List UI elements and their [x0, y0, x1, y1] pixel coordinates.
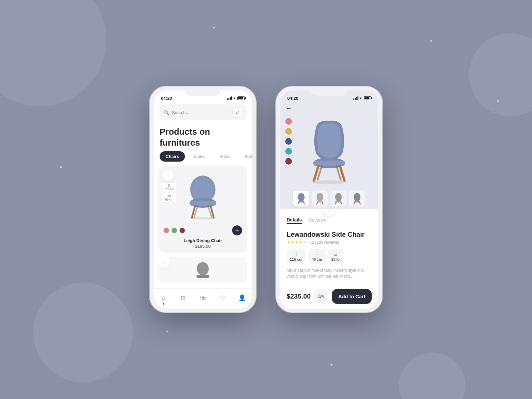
- category-tabs: Chairs Tables Sofas Beds: [154, 151, 252, 166]
- color-green[interactable]: [172, 228, 177, 233]
- phone-1-content: 🔍 ⇄ Products on furnitures Chairs Tables…: [154, 102, 252, 309]
- bg-decoration-1: [0, 0, 106, 106]
- size-tag-height: 115 cm: [162, 183, 176, 192]
- nav-profile[interactable]: 👤: [235, 292, 249, 304]
- nav-bag[interactable]: 🛍: [196, 292, 209, 304]
- color-pink[interactable]: [164, 228, 169, 233]
- product-image-area-1: ♡ 115 cm 85 cm: [162, 170, 243, 223]
- swatch-teal[interactable]: [285, 148, 292, 155]
- svg-line-33: [359, 202, 360, 204]
- swatch-yellow[interactable]: [285, 128, 292, 135]
- product-card-2: ♡: [158, 257, 247, 283]
- detail-tabs: Details Reviews: [287, 217, 372, 227]
- thumb-3[interactable]: [331, 191, 346, 206]
- svg-rect-14: [197, 275, 209, 278]
- wishlist-button-2[interactable]: ♡: [158, 257, 170, 268]
- swatch-darkred[interactable]: [285, 158, 292, 165]
- product-card-1: ♡ 115 cm 85 cm: [158, 166, 247, 253]
- svg-line-27: [322, 202, 323, 204]
- product-detail-name: Lewandowski Side Chair: [287, 231, 372, 238]
- tab-tables[interactable]: Tables: [187, 151, 211, 162]
- phone-2-inner: 04:20 ▾ ←: [280, 90, 378, 309]
- decorative-dot: [166, 331, 168, 332]
- phones-container: 04:20 ▾ 🔍: [150, 86, 382, 313]
- nav-grid[interactable]: ⊞: [177, 292, 190, 304]
- notch-1: [185, 86, 221, 96]
- wishlist-button-1[interactable]: ♡: [162, 170, 174, 181]
- cart-icon-button[interactable]: 🛍: [314, 289, 329, 304]
- rating-row: ★★★★★ 4.2 (105 reviews): [287, 240, 372, 245]
- size-tag-width: 85 cm: [162, 193, 176, 202]
- bottom-nav: ⌂ ⊞ 🛍 ♡ 👤: [154, 288, 252, 309]
- decorative-dot: [60, 166, 62, 168]
- signal-icon-1: [227, 96, 232, 100]
- svg-point-12: [191, 217, 214, 219]
- stars: ★★★★★: [287, 240, 307, 245]
- back-button[interactable]: ←: [285, 104, 292, 112]
- add-button-1[interactable]: +: [232, 225, 242, 235]
- thumb-2[interactable]: [312, 191, 328, 206]
- search-input[interactable]: [172, 110, 230, 115]
- chair-image-2: [193, 261, 213, 283]
- status-time-1: 04:20: [161, 96, 172, 101]
- weight-icon: ⊡: [333, 251, 337, 257]
- height-icon: ↕: [295, 251, 297, 257]
- spec-weight: ⊡ 18 lb: [328, 249, 343, 264]
- bg-decoration-4: [399, 352, 466, 399]
- size-tags-1: 115 cm 85 cm: [162, 183, 176, 202]
- decorative-dot: [213, 27, 215, 29]
- swatch-pink[interactable]: [285, 118, 292, 125]
- status-icons-1: ▾: [227, 96, 245, 100]
- tab-details[interactable]: Details: [287, 217, 302, 224]
- detail-header: ←: [280, 102, 378, 115]
- tab-sofas[interactable]: Sofas: [213, 151, 236, 162]
- tab-chairs[interactable]: Chairs: [160, 151, 185, 162]
- product-name-1: Leigh Dining Chair: [162, 238, 243, 243]
- phone-2: 04:20 ▾ ←: [276, 86, 382, 313]
- svg-rect-7: [190, 201, 216, 206]
- thumbnail-strip: [280, 188, 378, 209]
- product-price-1: $195.00: [162, 244, 243, 249]
- chair-image-1: [181, 173, 224, 219]
- color-darkred[interactable]: [180, 228, 185, 233]
- svg-point-21: [313, 180, 346, 184]
- tab-beds[interactable]: Beds: [238, 151, 252, 162]
- notch-2: [311, 86, 347, 96]
- product-description: Mix a dash of mid-century modern style i…: [287, 267, 372, 285]
- nav-heart[interactable]: ♡: [216, 292, 229, 304]
- tab-reviews[interactable]: Reviews: [309, 217, 326, 224]
- svg-rect-13: [197, 262, 209, 275]
- wifi-icon-2: ▾: [360, 96, 361, 100]
- thumb-1[interactable]: [293, 191, 309, 206]
- wishlist-float-button[interactable]: ♡: [323, 209, 336, 216]
- wifi-icon-1: ▾: [233, 96, 235, 100]
- chair-detail-image: [299, 118, 359, 185]
- decorative-dot: [497, 100, 499, 102]
- specs-row: ↕ 115 cm ↔ 46 cm ⊡ 18 lb: [287, 249, 372, 264]
- width-icon: ↔: [315, 251, 319, 257]
- detail-card: ♡ Details Reviews Lewandowski Side Chair…: [280, 209, 378, 309]
- nav-home[interactable]: ⌂: [157, 292, 170, 304]
- signal-icon-2: [353, 96, 358, 100]
- search-bar[interactable]: 🔍 ⇄: [159, 104, 247, 120]
- battery-icon-2: [364, 96, 371, 100]
- phone-1-inner: 04:20 ▾ 🔍: [154, 90, 252, 309]
- filter-icon[interactable]: ⇄: [233, 108, 242, 117]
- battery-icon-1: [237, 96, 245, 100]
- add-to-cart-button[interactable]: Add to Cart: [332, 289, 372, 304]
- status-icons-2: ▾: [353, 96, 371, 100]
- spec-width: ↔ 46 cm: [308, 249, 325, 264]
- cart-bar: $235.00 🛍 Add to Cart: [287, 285, 372, 309]
- bg-decoration-3: [469, 33, 532, 116]
- color-options-1: +: [162, 223, 243, 237]
- svg-line-24: [304, 202, 305, 204]
- thumb-4[interactable]: [349, 191, 365, 206]
- search-icon: 🔍: [164, 110, 169, 115]
- svg-line-23: [298, 202, 299, 204]
- status-time-2: 04:20: [287, 96, 298, 101]
- svg-line-30: [341, 202, 342, 204]
- decorative-dot: [430, 40, 432, 42]
- page-title: Products on furnitures: [154, 120, 252, 151]
- swatch-blue[interactable]: [285, 138, 292, 145]
- color-swatches: [285, 118, 292, 165]
